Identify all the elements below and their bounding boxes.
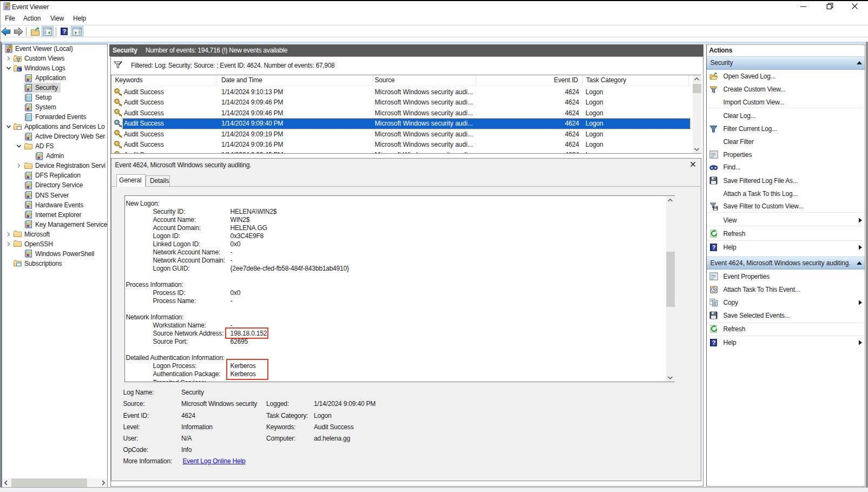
svg-text:?: ?	[712, 339, 715, 346]
svg-text:?: ?	[712, 244, 715, 251]
svg-text:?: ?	[63, 28, 67, 35]
